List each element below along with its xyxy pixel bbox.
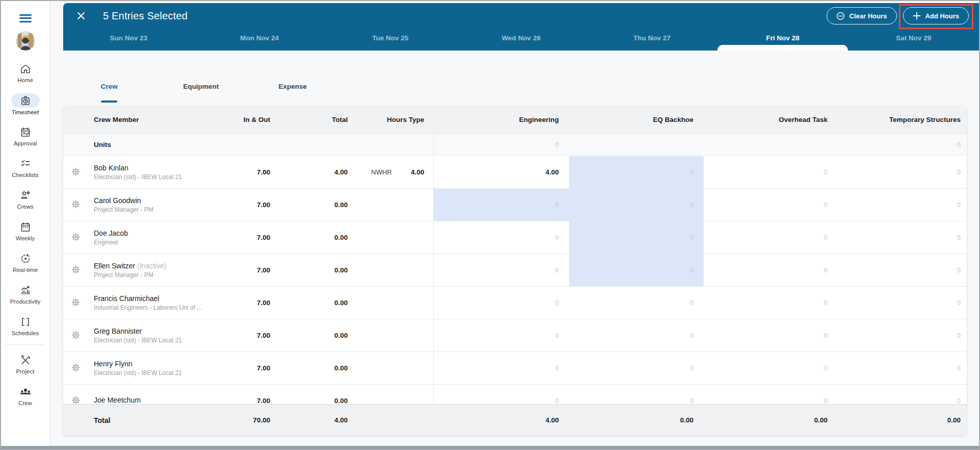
units-temporary-structures-cell[interactable]: 0 xyxy=(838,141,967,148)
cell-engineering[interactable]: 0 xyxy=(433,189,569,221)
timesheet-icon xyxy=(11,93,40,108)
cell-eq-backhoe[interactable]: 0 xyxy=(569,319,704,352)
sidebar-item-approval[interactable]: Approval xyxy=(1,120,49,152)
cell-overhead-task[interactable]: 0 xyxy=(704,189,838,221)
sidebar-item-timesheet[interactable]: Timesheet xyxy=(1,88,49,120)
col-temporary-structures: Temporary Structures xyxy=(838,116,967,123)
cell-eq-backhoe[interactable]: 0 xyxy=(569,221,704,254)
cell-overhead-task[interactable]: 0 xyxy=(704,221,838,254)
cell-overhead-task[interactable]: 0 xyxy=(704,156,838,188)
sidebar-item-crew[interactable]: Crew xyxy=(1,380,49,411)
cell-total: 0.00 xyxy=(280,234,358,241)
day-tab-mon-nov-24[interactable]: Mon Nov 24 xyxy=(194,29,325,51)
day-tab-tue-nov-25[interactable]: Tue Nov 25 xyxy=(325,29,456,51)
tab-crew[interactable]: Crew xyxy=(63,75,155,104)
crew-icon xyxy=(19,385,32,398)
day-tab-sun-nov-23[interactable]: Sun Nov 23 xyxy=(63,29,194,51)
crew-member-role: Industrial Engineers - Laborers Uni of .… xyxy=(94,304,230,311)
cell-eq-backhoe[interactable]: 0 xyxy=(569,352,704,384)
timesheet-table: Crew Member In & Out Total Hours Type En… xyxy=(63,106,967,436)
cell-eq-backhoe[interactable]: 0 xyxy=(569,156,704,188)
cell-eq-backhoe[interactable]: 0 xyxy=(569,189,704,221)
cell-temporary-structures[interactable]: 0 xyxy=(838,319,967,352)
row-settings-gear-icon[interactable] xyxy=(69,232,82,244)
cell-temporary-structures[interactable]: 0 xyxy=(838,254,967,286)
crews-icon xyxy=(19,189,32,202)
units-label: Units xyxy=(88,141,230,148)
cell-engineering[interactable]: 0 xyxy=(433,254,569,286)
row-settings-gear-icon[interactable] xyxy=(69,395,82,405)
sidebar-item-project[interactable]: Project xyxy=(1,348,49,380)
cell-eq-backhoe[interactable]: 0 xyxy=(569,254,704,286)
crew-member-role: Electrician (std) - IBEW Local 21 xyxy=(94,337,230,344)
cell-in-out: 7.00 xyxy=(230,201,280,209)
cell-temporary-structures[interactable]: 0 xyxy=(838,287,967,319)
cell-engineering[interactable]: 0 xyxy=(433,287,569,319)
row-settings-gear-icon[interactable] xyxy=(69,166,82,179)
cell-overhead-task[interactable]: 0 xyxy=(704,352,838,384)
cell-eq-backhoe[interactable]: 0 xyxy=(569,287,704,319)
tab-expense[interactable]: Expense xyxy=(247,75,339,104)
clear-hours-button[interactable]: Clear Hours xyxy=(827,7,897,24)
cell-overhead-task[interactable]: 0 xyxy=(704,254,838,286)
cell-in-out: 7.00 xyxy=(230,266,280,274)
day-tab-fri-nov-28[interactable]: Fri Nov 28 xyxy=(717,29,848,51)
table-row: Greg Bannister Electrician (std) - IBEW … xyxy=(63,319,967,352)
tab-equipment[interactable]: Equipment xyxy=(155,75,247,104)
cell-temporary-structures[interactable]: 0 xyxy=(838,352,967,384)
close-icon[interactable] xyxy=(72,7,90,24)
day-tab-sat-nov-29[interactable]: Sat Nov 29 xyxy=(848,29,979,51)
cell-temporary-structures[interactable]: 0 xyxy=(838,156,967,188)
cell-engineering[interactable]: 4.00 xyxy=(433,156,569,188)
cell-engineering[interactable]: 0 xyxy=(433,221,569,254)
col-total: Total xyxy=(280,116,358,123)
cell-temporary-structures[interactable]: 0 xyxy=(838,189,967,221)
cell-in-out: 7.00 xyxy=(230,332,280,339)
row-settings-gear-icon[interactable] xyxy=(69,362,82,374)
total-in-out: 70.00 xyxy=(230,416,280,424)
day-tab-wed-nov-26[interactable]: Wed Nov 26 xyxy=(456,29,587,51)
cell-total: 4.00 xyxy=(280,168,358,176)
cell-temporary-structures[interactable]: 0 xyxy=(838,385,967,404)
cell-engineering[interactable]: 0 xyxy=(433,352,569,384)
sidebar-item-checklists[interactable]: Checklists xyxy=(1,152,49,183)
sidebar-item-productivity[interactable]: Productivity xyxy=(1,278,49,310)
minus-circle-icon xyxy=(836,12,845,20)
cell-overhead-task[interactable]: 0 xyxy=(704,385,838,404)
cell-overhead-task[interactable]: 0 xyxy=(704,287,838,319)
col-crew-member: Crew Member xyxy=(88,116,230,123)
add-hours-button[interactable]: Add Hours xyxy=(903,7,969,24)
sidebar-item-schedules[interactable]: Schedules xyxy=(1,310,49,341)
day-tab-thu-nov-27[interactable]: Thu Nov 27 xyxy=(586,29,717,51)
menu-hamburger-icon[interactable] xyxy=(19,12,32,24)
crew-member-role: Engineer xyxy=(94,239,230,246)
crew-member-role: Electrician (std) - IBEW Local 21 xyxy=(94,369,230,377)
cell-total: 0.00 xyxy=(280,299,358,307)
sidebar-divider xyxy=(6,344,45,345)
cell-engineering[interactable]: 0 xyxy=(433,385,569,404)
total-total: 4.00 xyxy=(280,416,358,424)
row-settings-gear-icon[interactable] xyxy=(69,264,82,277)
table-row: Joe Meetchum 7.00 0.00 0 0 0 0 xyxy=(63,385,967,404)
sidebar-item-weekly[interactable]: Weekly xyxy=(1,215,49,246)
crew-member-name: Joe Meetchum xyxy=(94,396,230,404)
sidebar-item-home[interactable]: Home xyxy=(1,57,49,88)
cell-engineering[interactable]: 0 xyxy=(433,319,569,352)
row-settings-gear-icon[interactable] xyxy=(69,297,82,309)
units-engineering-cell[interactable]: 0 xyxy=(433,134,569,155)
crew-member-name: Francis Charmichael xyxy=(94,294,230,303)
cell-temporary-structures[interactable]: 0 xyxy=(838,221,967,254)
row-settings-gear-icon[interactable] xyxy=(69,330,82,342)
user-avatar[interactable] xyxy=(16,31,35,51)
table-row: Carol Goodwin Project Manager - PM 7.00 … xyxy=(63,189,967,221)
cell-eq-backhoe[interactable]: 0 xyxy=(569,385,704,404)
sidebar-item-real-time[interactable]: Real-time xyxy=(1,246,49,278)
day-tabs: Sun Nov 23Mon Nov 24Tue Nov 25Wed Nov 26… xyxy=(63,29,979,51)
cell-overhead-task[interactable]: 0 xyxy=(704,319,838,352)
cell-in-out: 7.00 xyxy=(230,364,280,372)
crew-member-name: Carol Goodwin xyxy=(94,196,230,205)
sidebar-item-crews[interactable]: Crews xyxy=(1,183,49,215)
row-settings-gear-icon[interactable] xyxy=(69,199,82,211)
total-label: Total xyxy=(88,416,230,424)
selection-header: 5 Entries Selected Clear Hours Add Hours… xyxy=(63,3,979,51)
